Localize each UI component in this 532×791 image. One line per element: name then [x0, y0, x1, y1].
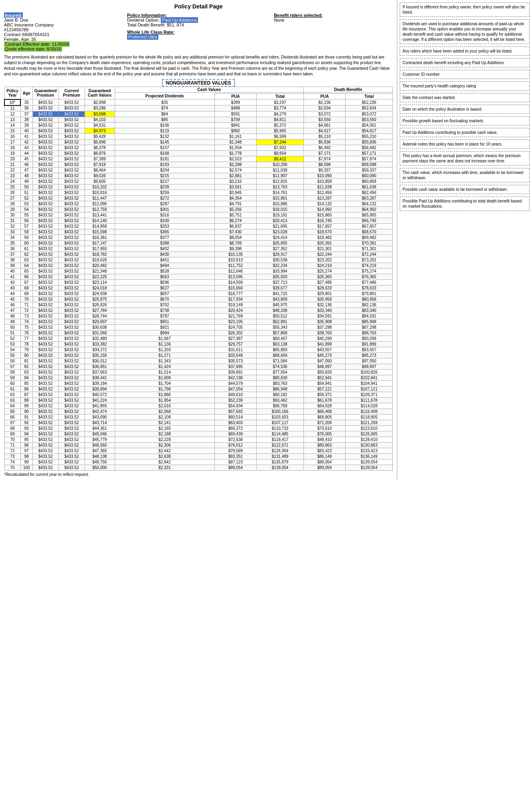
table-row: 1641$433.52$433.52$5,428$132$1,161$6,589… — [4, 134, 393, 139]
col-header-guaranteed-premium: Guaranteed Premium — [32, 87, 59, 99]
table-row: 2247$433.52$433.52$8,464$204$2,574$11,03… — [4, 167, 393, 173]
col-header-pua-cv: PUA — [214, 94, 256, 99]
table-row: 1843$433.52$433.52$6,378$157$1,554$7,932… — [4, 145, 393, 150]
sidebar-box-contract-started: Date the contract was started. — [400, 93, 530, 102]
col-header-projected-dividends: Projected Dividends — [115, 93, 214, 99]
policy-table: Policy Year Age Guaranteed Premium Curre… — [4, 87, 393, 471]
table-row: 75100$433.52$433.52$50,000$2,331$89,054$… — [4, 465, 393, 470]
table-row: 4065$433.52$433.52$21,348$528$12,646$33,… — [4, 268, 393, 274]
table-row: 5479$433.52$433.52$34,272$1,203$31,611$6… — [4, 347, 393, 352]
table-row: 4974$433.52$433.52$29,697$851$23,195$52,… — [4, 319, 393, 324]
dividend-label: Dividend Option: — [127, 18, 160, 22]
table-row: 2853$433.52$433.52$12,095$287$4,791$16,8… — [4, 201, 393, 206]
table-row: 6388$433.52$433.52$41,224$1,954$52,239$9… — [4, 397, 393, 403]
table-row: 2954$433.52$433.52$12,759$301$5,256$18,0… — [4, 206, 393, 212]
table-row: 4267$433.52$433.52$23,114$596$14,599$37,… — [4, 279, 393, 285]
table-row: 6590$433.52$433.52$42,474$2,068$57,692$1… — [4, 409, 393, 414]
table-row: 1237$433.52$433.52$3,688$84$591$4,279$3,… — [4, 111, 393, 117]
table-row: 1136$433.52$433.52$3,286$74$488$3,774$2,… — [4, 105, 393, 111]
quote-effective-date: Quote effective date: 8/30/16 — [4, 46, 62, 52]
insured-block: Insured: Jane B. Doe ABC Insurance Compa… — [4, 13, 123, 51]
sidebar-box-contracted-death: Contracted death benefit including any P… — [400, 58, 530, 67]
table-row: 7398$433.52$433.52$48,138$2,638$83,351$1… — [4, 453, 393, 459]
table-row: 3964$433.52$433.52$20,482$494$11,752$32,… — [4, 263, 393, 268]
table-row: 5277$433.52$433.52$32,480$1,067$27,987$6… — [4, 336, 393, 341]
col-header-pua-db: PUA — [303, 94, 345, 99]
table-row: 2752$433.52$433.52$11,447$272$4,354$15,8… — [4, 195, 393, 201]
class-rate-value: Preferred Ultra — [127, 34, 158, 40]
death-benefit-label: Total Death Benefit: — [127, 22, 166, 27]
nonguaranteed-header: NONGUARANTEED VALUES — [162, 79, 235, 87]
table-row: 6085$433.52$433.52$39,184$1,704$44,579$8… — [4, 380, 393, 386]
table-row: 3661$433.52$433.52$17,955$402$9,398$27,3… — [4, 246, 393, 251]
table-row: 2550$433.52$433.52$10,202$239$3,561$13,7… — [4, 184, 393, 190]
table-row: 5681$433.52$433.52$36,012$1,343$35,573$7… — [4, 358, 393, 364]
sidebar-box-insured-diff: If insured is different from policy owne… — [400, 2, 530, 17]
table-row: 2146$433.52$433.52$7,918$193$2,288$10,20… — [4, 162, 393, 167]
sidebar-box-possible-cv: Possible cash value available to be borr… — [400, 185, 530, 194]
table-row: 5075$433.52$433.52$30,638$921$24,705$55,… — [4, 324, 393, 330]
benefit-riders-header: Benefit riders selected: — [274, 13, 323, 18]
table-row: 5883$433.52$433.52$37,663$1,514$39,891$7… — [4, 369, 393, 375]
table-row: 2449$433.52$433.52$9,605$227$3,210$12,81… — [4, 178, 393, 184]
table-row: 2651$433.52$433.52$10,816$259$3,945$14,7… — [4, 190, 393, 195]
sidebar-box-paid-up-additions: Paid Up Additions contributing to possib… — [400, 128, 530, 137]
table-row: 7297$433.52$433.52$47,365$2,442$79,589$1… — [4, 448, 393, 453]
table-row: 1540$433.52$433.52$4,973$119$992$5,965$4… — [4, 128, 393, 134]
sidebar-box-pua-death: Possible Paid Up Additions contributing … — [400, 196, 530, 211]
col-header-total-cv: Total — [257, 94, 304, 99]
insured-contract: Contract #A987654321 — [4, 32, 123, 37]
benefit-riders-value: None — [274, 18, 393, 22]
table-row: 6792$433.52$433.52$43,714$2,141$63,403$1… — [4, 420, 393, 425]
table-row: 4368$433.52$433.52$24,018$627$15,660$39,… — [4, 285, 393, 291]
table-row: 4469$433.52$433.52$24,938$657$16,777$41,… — [4, 291, 393, 296]
table-row: 5176$433.52$433.52$31,566$994$26,302$57,… — [4, 330, 393, 336]
col-header-age: Age — [20, 87, 32, 99]
table-row: 1338$433.52$433.52$4,103$95$709$4,811$3,… — [4, 117, 393, 122]
col-header-death-benefits: Death Benefits — [303, 87, 392, 93]
table-row: 4772$433.52$433.52$27,784$738$20,424$48,… — [4, 307, 393, 313]
table-row: 4570$433.52$433.52$25,875$670$17,934$43,… — [4, 296, 393, 302]
table-row: 3055$433.52$433.52$13,441$316$5,751$19,1… — [4, 212, 393, 218]
table-row: 7196$433.52$433.52$46,560$2,306$76,012$1… — [4, 442, 393, 448]
disclaimer-text: The premiums illustrated are calculated … — [4, 55, 393, 77]
insured-company: ABC Insurance Company — [4, 22, 123, 27]
sidebar-box-level-annual: This policy has a level annual premium, … — [400, 151, 530, 166]
table-row: 6287$433.52$433.52$40,572$1,880$49,610$9… — [4, 392, 393, 397]
table-row: 3762$433.52$433.52$18,782$430$10,135$28,… — [4, 251, 393, 257]
sidebar-box-possible-growth: Possible growth based on fluctuating mar… — [400, 116, 530, 125]
insured-header: Insured: — [4, 12, 23, 18]
table-row: 5378$433.52$433.52$33,382$1,136$29,757$6… — [4, 341, 393, 347]
table-row: 7499$433.52$433.52$48,756$2,842$87,123$1… — [4, 459, 393, 465]
policy-info-block: Policy Information: Dividend Option: Pai… — [127, 13, 270, 51]
col-header-total-db: Total — [346, 94, 393, 99]
table-row: 1439$433.52$433.52$4,531$106$841$5,372$4… — [4, 122, 393, 128]
table-row: 6994$433.52$433.52$45,046$2,188$69,439$1… — [4, 431, 393, 437]
col-header-guaranteed-cv: Guaranteed Cash Values — [85, 87, 115, 99]
insured-name: Jane B. Doe — [4, 18, 123, 22]
death-benefit-value: $51, 874 — [167, 22, 184, 27]
table-row: 3863$433.52$433.52$19,626$451$10,913$30,… — [4, 257, 393, 263]
sidebar-box-cash-value-borrow: The cash value, which increases with tim… — [400, 168, 530, 182]
sidebar-box-riders-desc: Any riders which have been added to your… — [400, 47, 530, 56]
footnote: *Recalculated for current year to reflec… — [4, 472, 393, 477]
sidebar-box-customer-id: Customer ID number — [400, 70, 530, 79]
table-row: 6893$433.52$433.52$44,361$2,165$66,372$1… — [4, 425, 393, 431]
col-header-current-premium: Current Premium — [59, 87, 85, 99]
table-section: NONGUARANTEED VALUES Policy Year Age Gua… — [4, 80, 393, 477]
col-header-policy-year: Policy Year — [4, 87, 20, 99]
table-row: 4873$433.52$433.52$28,744$787$21,769$50,… — [4, 313, 393, 319]
table-row: 4166$433.52$433.52$22,225$563$13,595$35,… — [4, 274, 393, 279]
insured-id: #123456789 — [4, 27, 123, 32]
sidebar: If insured is different from policy owne… — [397, 0, 532, 480]
sidebar-box-quote-date: Date on which the policy illustration is… — [400, 105, 530, 114]
table-row: 6691$433.52$433.52$43,090$2,108$60,514$1… — [4, 414, 393, 420]
table-row: 6186$433.52$433.52$39,894$1,796$47,054$8… — [4, 386, 393, 392]
dividend-value: Paid Up Additions — [161, 17, 198, 23]
table-row: 7095$433.52$433.52$45,779$2,228$72,638$1… — [4, 437, 393, 442]
table-row: 5984$433.52$433.52$38,441$1,609$42,190$8… — [4, 375, 393, 380]
table-row: 1944$433.52$433.52$6,876$168$1,778$8,654… — [4, 150, 393, 156]
table-row: 4671$433.52$433.52$26,826$702$19,149$45,… — [4, 302, 393, 307]
col-header-cash-values: Cash Values — [115, 87, 303, 93]
benefit-riders-block: Benefit riders selected: None — [274, 13, 393, 51]
